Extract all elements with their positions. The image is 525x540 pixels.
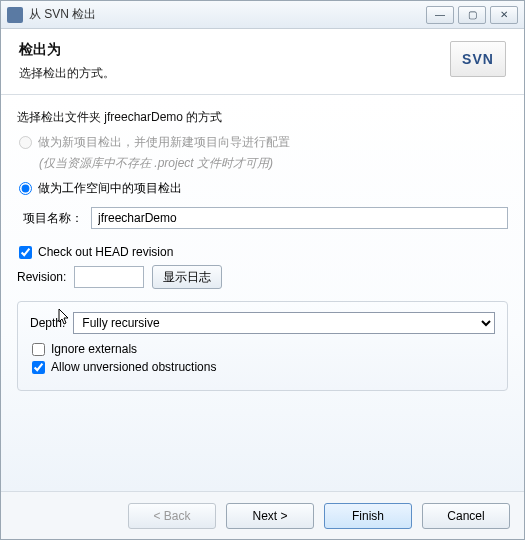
check-head-revision[interactable] bbox=[19, 246, 32, 259]
radio-workspace-row[interactable]: 做为工作空间中的项目检出 bbox=[17, 180, 508, 197]
banner-text: 检出为 选择检出的方式。 bbox=[19, 41, 450, 82]
banner-subtitle: 选择检出的方式。 bbox=[19, 65, 450, 82]
finish-button[interactable]: Finish bbox=[324, 503, 412, 529]
wizard-footer: < Back Next > Finish Cancel bbox=[1, 491, 524, 539]
depth-row: Depth: Fully recursive bbox=[30, 312, 495, 334]
back-button: < Back bbox=[128, 503, 216, 529]
window-title: 从 SVN 检出 bbox=[29, 6, 426, 23]
close-button[interactable]: ✕ bbox=[490, 6, 518, 24]
next-button[interactable]: Next > bbox=[226, 503, 314, 529]
cancel-button[interactable]: Cancel bbox=[422, 503, 510, 529]
check-ignore-externals[interactable] bbox=[32, 343, 45, 356]
depth-select[interactable]: Fully recursive bbox=[73, 312, 495, 334]
window-controls: — ▢ ✕ bbox=[426, 6, 518, 24]
depth-label: Depth: bbox=[30, 316, 65, 330]
show-log-button[interactable]: 显示日志 bbox=[152, 265, 222, 289]
banner-title: 检出为 bbox=[19, 41, 450, 59]
checkout-mode-label: 选择检出文件夹 jfreecharDemo 的方式 bbox=[17, 109, 508, 126]
titlebar: 从 SVN 检出 — ▢ ✕ bbox=[1, 1, 524, 29]
depth-group: Depth: Fully recursive Ignore externals … bbox=[17, 301, 508, 391]
allow-unversioned-label: Allow unversioned obstructions bbox=[51, 360, 216, 374]
radio-new-project-label: 做为新项目检出，并使用新建项目向导进行配置 bbox=[38, 134, 290, 151]
check-head-revision-label: Check out HEAD revision bbox=[38, 245, 173, 259]
radio-workspace[interactable] bbox=[19, 182, 32, 195]
revision-row: Revision: 显示日志 bbox=[17, 265, 508, 289]
revision-label: Revision: bbox=[17, 270, 66, 284]
app-icon bbox=[7, 7, 23, 23]
wizard-banner: 检出为 选择检出的方式。 SVN bbox=[1, 29, 524, 95]
wizard-content: 选择检出文件夹 jfreecharDemo 的方式 做为新项目检出，并使用新建项… bbox=[1, 95, 524, 491]
svn-logo-icon: SVN bbox=[450, 41, 506, 77]
dialog-window: 从 SVN 检出 — ▢ ✕ 检出为 选择检出的方式。 SVN 选择检出文件夹 … bbox=[0, 0, 525, 540]
revision-input bbox=[74, 266, 144, 288]
radio-new-project-row: 做为新项目检出，并使用新建项目向导进行配置 bbox=[17, 134, 508, 151]
ignore-externals-row[interactable]: Ignore externals bbox=[30, 342, 495, 356]
ignore-externals-label: Ignore externals bbox=[51, 342, 137, 356]
radio-workspace-label: 做为工作空间中的项目检出 bbox=[38, 180, 182, 197]
check-allow-unversioned[interactable] bbox=[32, 361, 45, 374]
head-revision-row[interactable]: Check out HEAD revision bbox=[17, 245, 508, 259]
maximize-button[interactable]: ▢ bbox=[458, 6, 486, 24]
project-name-label: 项目名称： bbox=[23, 210, 83, 227]
project-name-row: 项目名称： bbox=[23, 207, 508, 229]
radio-new-project bbox=[19, 136, 32, 149]
new-project-hint: (仅当资源库中不存在 .project 文件时才可用) bbox=[39, 155, 508, 172]
minimize-button[interactable]: — bbox=[426, 6, 454, 24]
project-name-input[interactable] bbox=[91, 207, 508, 229]
allow-unversioned-row[interactable]: Allow unversioned obstructions bbox=[30, 360, 495, 374]
